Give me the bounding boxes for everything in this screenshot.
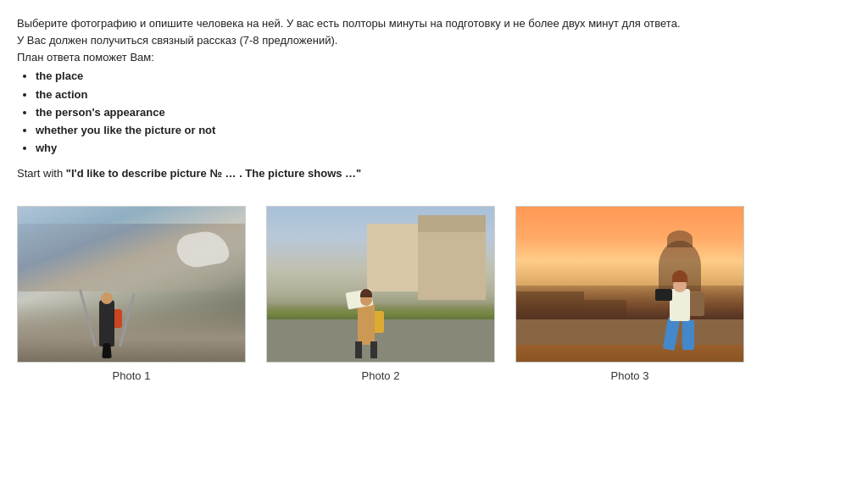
photo-frame-2 — [266, 206, 495, 363]
photo-item-1[interactable]: Photo 1 — [17, 206, 246, 382]
photo-frame-1 — [17, 206, 246, 363]
photo-label-2: Photo 2 — [362, 369, 400, 382]
instructions-block: Выберите фотографию и опишите человека н… — [17, 15, 843, 182]
plan-header: План ответа поможет Вам: — [17, 49, 843, 66]
instruction-line2: У Вас должен получиться связный рассказ … — [17, 32, 843, 49]
photo1-image — [18, 207, 245, 362]
start-with-text: Start with "I'd like to describe picture… — [17, 165, 843, 182]
photo-frame-3 — [515, 206, 744, 363]
photo3-image — [516, 207, 743, 362]
plan-item-1: the place — [36, 68, 843, 85]
photo-label-3: Photo 3 — [611, 369, 649, 382]
photo-item-3[interactable]: Photo 3 — [515, 206, 744, 382]
plan-list: the place the action the person's appear… — [17, 68, 843, 157]
plan-item-4: whether you like the picture or not — [36, 122, 843, 139]
tourist3-figure — [659, 257, 701, 350]
photo-label-1: Photo 1 — [113, 369, 151, 382]
photo2-image — [267, 207, 494, 362]
photos-section: Photo 1 Photo — [17, 206, 843, 382]
instruction-line1: Выберите фотографию и опишите человека н… — [17, 15, 843, 32]
hiker-figure — [94, 270, 120, 347]
plan-item-3: the person's appearance — [36, 104, 843, 121]
plan-item-5: why — [36, 140, 843, 157]
tourist2-figure — [352, 260, 381, 345]
photo-item-2[interactable]: Photo 2 — [266, 206, 495, 382]
plan-item-2: the action — [36, 86, 843, 103]
